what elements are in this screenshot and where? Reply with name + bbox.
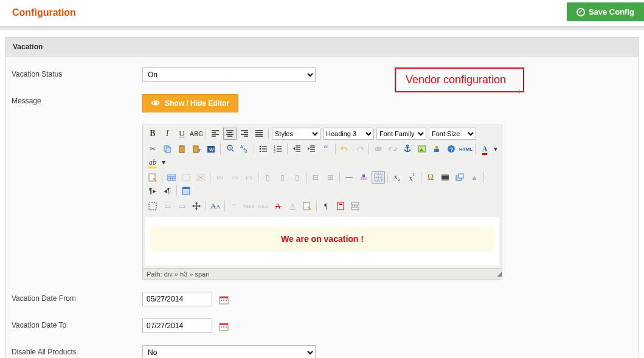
blockquote-icon[interactable]: “ bbox=[319, 143, 333, 155]
col-before-icon[interactable]: ▯ bbox=[261, 171, 274, 184]
move-icon[interactable] bbox=[190, 200, 203, 212]
text-color-dropdown-icon[interactable]: ▾ bbox=[493, 143, 499, 155]
ltr-icon[interactable]: ¶▸ bbox=[146, 185, 159, 197]
align-right-icon[interactable] bbox=[238, 128, 251, 140]
svg-rect-81 bbox=[441, 179, 449, 181]
ins-tag-icon[interactable]: A bbox=[286, 200, 299, 212]
eye-icon: 👁 bbox=[151, 98, 160, 108]
find-icon[interactable]: A bbox=[223, 143, 237, 155]
visual-aid-icon[interactable] bbox=[372, 171, 385, 184]
layer-del-icon[interactable]: ▭ bbox=[175, 200, 189, 212]
svg-rect-74 bbox=[361, 177, 367, 180]
bold-icon[interactable]: B bbox=[146, 128, 159, 140]
row-before-icon[interactable]: ▭ bbox=[213, 171, 226, 184]
help-icon[interactable]: ? bbox=[445, 143, 458, 155]
save-config-button[interactable]: ✓ Save Config bbox=[567, 2, 644, 21]
cleanup-icon[interactable] bbox=[430, 143, 443, 155]
rtl-icon[interactable]: ◂¶ bbox=[161, 185, 174, 197]
svg-rect-59 bbox=[434, 149, 439, 152]
calendar-icon[interactable] bbox=[219, 295, 229, 305]
pagebreak-icon[interactable] bbox=[348, 200, 362, 212]
del-tag-icon[interactable]: A bbox=[271, 200, 285, 212]
disable-products-select[interactable]: No bbox=[142, 345, 316, 358]
media-icon[interactable] bbox=[438, 171, 452, 184]
vacation-date-to-input[interactable] bbox=[142, 318, 212, 333]
svg-marker-89 bbox=[195, 202, 198, 204]
font-family-select[interactable]: Font Family bbox=[376, 128, 426, 140]
font-size-select[interactable]: Font Size bbox=[429, 128, 476, 140]
highlight-color-icon[interactable]: ab bbox=[146, 156, 159, 168]
number-list-icon[interactable]: 123 bbox=[271, 143, 285, 155]
svg-text:3: 3 bbox=[274, 150, 275, 153]
row-delete-icon[interactable]: ▭ bbox=[242, 171, 255, 184]
cut-icon[interactable]: ✂ bbox=[146, 143, 159, 155]
cite-icon[interactable]: “” bbox=[227, 200, 241, 212]
template-icon[interactable] bbox=[334, 200, 347, 212]
format-select[interactable]: Heading 3 bbox=[323, 128, 374, 140]
vacation-date-from-input[interactable] bbox=[142, 292, 212, 306]
annotation-tick bbox=[519, 89, 519, 94]
highlight-color-dropdown-icon[interactable]: ▾ bbox=[161, 156, 167, 168]
replace-icon[interactable]: AB bbox=[238, 143, 251, 155]
remove-format-icon[interactable] bbox=[357, 171, 370, 184]
show-blocks-icon[interactable]: ¶ bbox=[319, 200, 333, 212]
unlink-icon[interactable] bbox=[386, 143, 400, 155]
hr-icon[interactable]: — bbox=[342, 171, 356, 184]
paste-text-icon[interactable]: T bbox=[190, 143, 203, 155]
split-cells-icon[interactable]: ⊟ bbox=[309, 171, 322, 184]
edit-html-icon[interactable] bbox=[146, 171, 159, 184]
layer-absolute-icon[interactable] bbox=[453, 171, 466, 184]
layer-add-icon[interactable]: ▭ bbox=[161, 200, 174, 212]
align-center-icon[interactable] bbox=[223, 128, 237, 140]
styles-select[interactable]: Styles bbox=[272, 128, 320, 140]
svg-rect-56 bbox=[418, 146, 426, 152]
svg-rect-17 bbox=[166, 147, 170, 153]
image-icon[interactable] bbox=[415, 143, 429, 155]
paste-icon[interactable] bbox=[175, 143, 189, 155]
style-props-icon[interactable]: AA bbox=[209, 200, 222, 212]
paste-word-icon[interactable]: W bbox=[204, 143, 218, 155]
outdent-icon[interactable] bbox=[290, 143, 303, 155]
calendar-icon[interactable] bbox=[219, 322, 229, 331]
align-justify-icon[interactable] bbox=[252, 128, 266, 140]
svg-rect-103 bbox=[226, 300, 227, 301]
redo-icon[interactable] bbox=[353, 143, 366, 155]
abbr-icon[interactable]: ABBR bbox=[242, 200, 255, 212]
table-props-icon[interactable] bbox=[179, 171, 193, 184]
undo-icon[interactable] bbox=[338, 143, 351, 155]
subscript-icon[interactable]: x₂ bbox=[390, 171, 404, 184]
svg-rect-19 bbox=[181, 145, 183, 146]
col-after-icon[interactable]: ▯ bbox=[275, 171, 289, 184]
italic-icon[interactable]: I bbox=[161, 128, 174, 140]
svg-point-58 bbox=[423, 147, 424, 148]
link-icon[interactable] bbox=[372, 143, 385, 155]
select-area-icon[interactable] bbox=[146, 200, 159, 212]
svg-rect-100 bbox=[220, 297, 228, 298]
strikethrough-icon[interactable]: ABC bbox=[190, 128, 203, 140]
anchor-icon[interactable] bbox=[401, 143, 414, 155]
html-source-icon[interactable]: HTML bbox=[459, 143, 473, 155]
row-after-icon[interactable]: ▭ bbox=[227, 171, 241, 184]
svg-rect-85 bbox=[182, 187, 190, 189]
col-delete-icon[interactable]: ▯ bbox=[290, 171, 303, 184]
vacation-status-select[interactable]: On bbox=[142, 67, 316, 82]
text-color-icon[interactable]: A bbox=[478, 143, 491, 155]
layer-forward-icon[interactable]: ▲ bbox=[468, 171, 481, 184]
attribs-icon[interactable] bbox=[300, 200, 314, 212]
superscript-icon[interactable]: x² bbox=[405, 171, 418, 184]
bullet-list-icon[interactable] bbox=[257, 143, 270, 155]
fullscreen-icon[interactable] bbox=[179, 185, 193, 197]
align-left-icon[interactable] bbox=[209, 128, 222, 140]
editor-content-text: We are on vacation ! bbox=[281, 234, 364, 244]
toggle-editor-button[interactable]: 👁 Show / Hide Editor bbox=[142, 94, 238, 112]
resize-handle-icon[interactable]: ◢ bbox=[497, 270, 502, 278]
editor-canvas[interactable]: We are on vacation ! bbox=[145, 217, 499, 266]
table-delete-icon[interactable] bbox=[194, 171, 207, 184]
underline-icon[interactable]: U bbox=[175, 128, 189, 140]
acronym-icon[interactable]: A.B.C bbox=[257, 200, 270, 212]
indent-icon[interactable] bbox=[305, 143, 318, 155]
special-char-icon[interactable]: Ω bbox=[424, 171, 437, 184]
copy-icon[interactable] bbox=[161, 143, 174, 155]
table-icon[interactable] bbox=[165, 171, 178, 184]
merge-cells-icon[interactable]: ⊞ bbox=[324, 171, 337, 184]
